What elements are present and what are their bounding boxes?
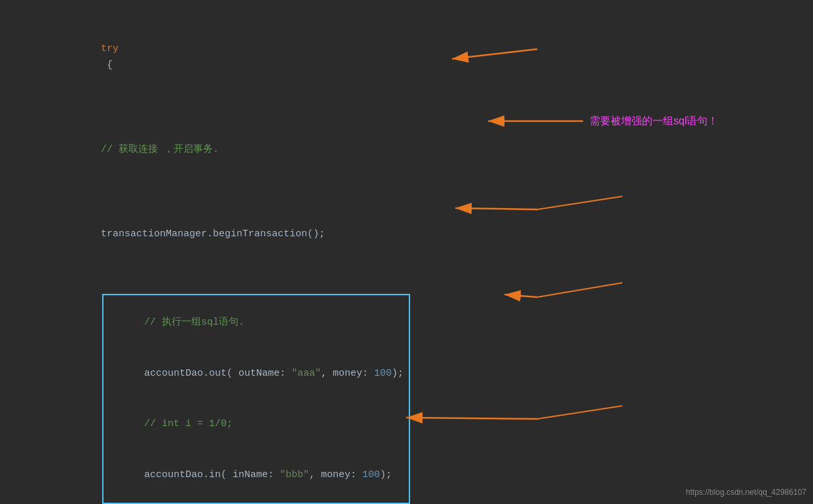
comment-1: // 获取连接 ，开启事务.	[101, 144, 219, 155]
line-box-1: // 执行一组sql语句.	[109, 298, 404, 348]
highlight-box: // 执行一组sql语句. accountDao.out( outName: "…	[102, 294, 410, 504]
code-begin-transaction: transactionManager.beginTransaction();	[101, 228, 325, 240]
line-3: transactionManager.beginTransaction();	[66, 192, 813, 277]
line-2: // 获取连接 ，开启事务.	[66, 108, 813, 192]
watermark: https://blog.csdn.net/qq_42986107	[686, 486, 806, 499]
line-box-4: accountDao.in( inName: "bbb", money: 100…	[109, 450, 404, 500]
keyword-try: try	[101, 43, 119, 54]
line-box-3: // int i = 1/0;	[109, 399, 404, 449]
code-block: try { // 获取连接 ，开启事务. transactionManager.…	[0, 0, 813, 504]
line-1: try {	[66, 7, 813, 108]
line-empty-1	[66, 277, 813, 294]
line-box-2: accountDao.out( outName: "aaa", money: 1…	[109, 348, 404, 399]
